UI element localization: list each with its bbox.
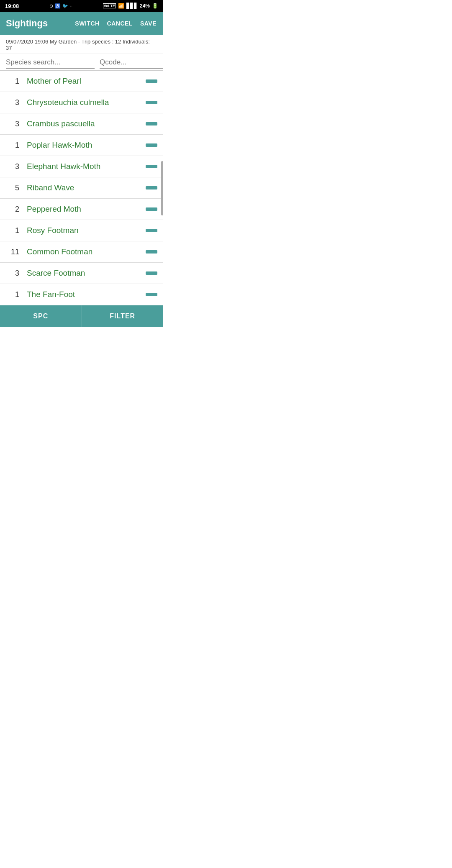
drag-handle-icon[interactable]: [146, 165, 157, 168]
species-name: Rosy Footman: [27, 226, 146, 235]
species-name: Poplar Hawk-Moth: [27, 141, 146, 150]
drag-handle-icon[interactable]: [146, 79, 157, 83]
drag-handle-icon[interactable]: [146, 229, 157, 232]
trip-info: 09/07/2020 19:06 My Garden - Trip specie…: [0, 35, 163, 54]
bottom-bar: SPC FILTER: [0, 305, 163, 327]
save-button[interactable]: SAVE: [139, 18, 157, 28]
qcode-input[interactable]: [100, 58, 163, 69]
species-count: 1: [6, 226, 19, 235]
drag-handle-icon[interactable]: [146, 271, 157, 275]
wifi-icon: 📶: [118, 3, 124, 9]
person-icon: ♿: [55, 3, 61, 9]
species-count: 1: [6, 77, 19, 86]
list-item[interactable]: 1 Mother of Pearl: [0, 71, 163, 92]
whatsapp-icon: ⊙: [49, 3, 53, 9]
list-item[interactable]: 5 Riband Wave: [0, 177, 163, 199]
species-count: 3: [6, 269, 19, 278]
cancel-button[interactable]: CANCEL: [106, 18, 134, 28]
drag-handle-icon[interactable]: [146, 207, 157, 211]
list-item[interactable]: 11 Common Footman: [0, 241, 163, 263]
list-item[interactable]: 1 The Fan-Foot: [0, 284, 163, 305]
dots-icon: ··: [70, 3, 72, 8]
species-name: Crambus pascuella: [27, 119, 146, 128]
status-time: 19:08: [5, 3, 19, 9]
search-row: [0, 54, 163, 71]
list-item[interactable]: 1 Poplar Hawk-Moth: [0, 135, 163, 156]
species-name: Common Footman: [27, 247, 146, 256]
drag-handle-icon[interactable]: [146, 122, 157, 125]
species-name: Scarce Footman: [27, 269, 146, 278]
species-search-input[interactable]: [6, 58, 95, 69]
species-list: 1 Mother of Pearl 3 Chrysoteuchia culmel…: [0, 71, 163, 305]
list-item[interactable]: 2 Peppered Moth: [0, 199, 163, 220]
drag-handle-icon[interactable]: [146, 143, 157, 147]
species-list-wrapper: 1 Mother of Pearl 3 Chrysoteuchia culmel…: [0, 71, 163, 305]
signal-icon: ▋▋▋: [126, 3, 138, 9]
species-name: Chrysoteuchia culmella: [27, 98, 146, 107]
species-count: 11: [6, 248, 19, 256]
species-name: Riband Wave: [27, 183, 146, 192]
species-count: 3: [6, 162, 19, 171]
drag-handle-icon[interactable]: [146, 101, 157, 104]
status-right: VoLTE 📶 ▋▋▋ 24% 🔋: [103, 3, 158, 9]
species-name: Mother of Pearl: [27, 77, 146, 86]
species-name: Peppered Moth: [27, 205, 146, 214]
status-icons: ⊙ ♿ 🐦 ··: [49, 3, 72, 9]
status-bar: 19:08 ⊙ ♿ 🐦 ·· VoLTE 📶 ▋▋▋ 24% 🔋: [0, 0, 163, 12]
species-count: 2: [6, 205, 19, 214]
bird-icon: 🐦: [62, 3, 68, 9]
drag-handle-icon[interactable]: [146, 250, 157, 253]
volte-icon: VoLTE: [103, 3, 116, 8]
species-name: The Fan-Foot: [27, 290, 146, 299]
app-bar-actions: SWITCH CANCEL SAVE: [74, 18, 157, 28]
drag-handle-icon[interactable]: [146, 293, 157, 296]
battery-level: 24%: [140, 3, 150, 9]
species-count: 5: [6, 184, 19, 192]
species-count: 1: [6, 141, 19, 150]
filter-button[interactable]: FILTER: [82, 305, 164, 327]
list-item[interactable]: 3 Chrysoteuchia culmella: [0, 92, 163, 113]
battery-icon: 🔋: [152, 3, 158, 9]
scrollbar[interactable]: [161, 161, 163, 215]
species-count: 3: [6, 98, 19, 107]
app-bar: Sightings SWITCH CANCEL SAVE: [0, 12, 163, 35]
species-count: 3: [6, 120, 19, 128]
app-title: Sightings: [6, 18, 74, 29]
switch-button[interactable]: SWITCH: [74, 18, 100, 28]
drag-handle-icon[interactable]: [146, 186, 157, 189]
spc-button[interactable]: SPC: [0, 305, 82, 327]
species-name: Elephant Hawk-Moth: [27, 162, 146, 171]
species-count: 1: [6, 290, 19, 299]
list-item[interactable]: 3 Elephant Hawk-Moth: [0, 156, 163, 177]
list-item[interactable]: 3 Scarce Footman: [0, 263, 163, 284]
list-item[interactable]: 1 Rosy Footman: [0, 220, 163, 241]
list-item[interactable]: 3 Crambus pascuella: [0, 113, 163, 135]
